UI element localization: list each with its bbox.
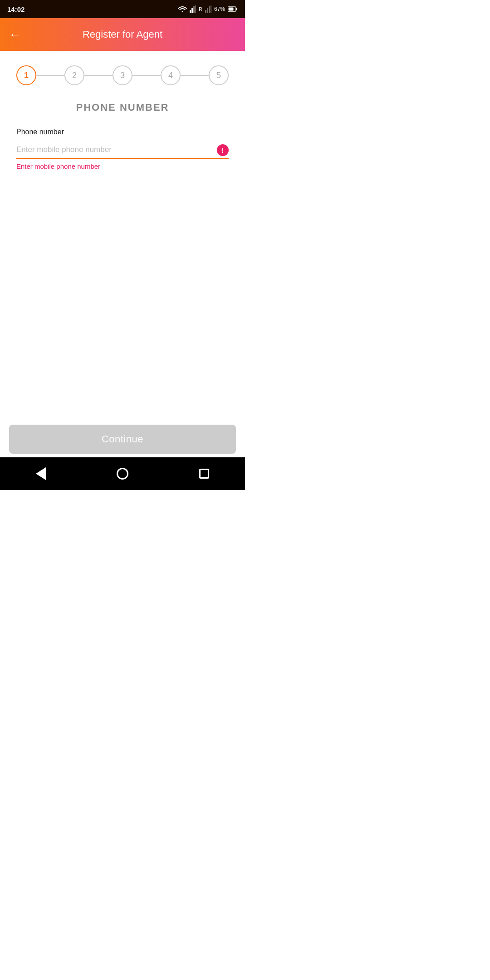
network-r-label: R [199, 6, 202, 12]
svg-rect-1 [190, 10, 191, 13]
step-line-2 [84, 75, 113, 76]
step-2: 2 [64, 65, 84, 85]
step-line-4 [181, 75, 209, 76]
page-title: Register for Agent [83, 29, 162, 40]
svg-rect-7 [209, 6, 210, 13]
svg-rect-3 [193, 6, 195, 13]
status-icons: R 67% [178, 5, 238, 13]
step-1: 1 [16, 65, 36, 85]
step-indicator: 1 2 3 4 5 [16, 65, 229, 85]
page-header: ← Register for Agent [0, 18, 245, 51]
home-nav-icon [117, 468, 128, 480]
battery-icon [228, 6, 238, 12]
step-line-1 [36, 75, 64, 76]
back-nav-icon [36, 467, 46, 480]
svg-rect-11 [236, 8, 238, 10]
status-bar: 14:02 R 67% [0, 0, 245, 18]
continue-button[interactable]: Continue [9, 425, 236, 454]
continue-btn-wrapper: Continue [9, 425, 236, 454]
svg-point-0 [182, 11, 183, 13]
step-4: 4 [161, 65, 181, 85]
svg-rect-2 [191, 8, 193, 13]
back-nav-button[interactable] [32, 465, 50, 483]
step-line-3 [132, 75, 161, 76]
phone-field-label: Phone number [16, 128, 229, 136]
svg-rect-5 [205, 10, 206, 13]
error-icon: ! [217, 144, 229, 156]
recent-nav-button[interactable] [195, 465, 213, 483]
signal-x-icon [205, 5, 211, 13]
signal-icon [190, 5, 196, 13]
svg-rect-8 [211, 5, 211, 13]
recent-nav-icon [199, 469, 209, 479]
error-message: Enter mobile phone number [16, 162, 229, 170]
svg-rect-10 [229, 8, 234, 11]
wifi-icon [178, 6, 187, 12]
battery-label: 67% [214, 6, 225, 12]
step-5: 5 [209, 65, 229, 85]
svg-rect-4 [195, 5, 196, 13]
main-content: 1 2 3 4 5 PHONE NUMBER Phone number ! En… [0, 51, 245, 170]
home-nav-button[interactable] [113, 465, 132, 483]
phone-input-wrapper: ! [16, 142, 229, 159]
status-time: 14:02 [7, 5, 24, 13]
section-title: PHONE NUMBER [16, 102, 229, 113]
bottom-nav [0, 457, 245, 490]
back-button[interactable]: ← [9, 28, 21, 42]
svg-rect-6 [207, 8, 208, 13]
step-3: 3 [113, 65, 132, 85]
phone-input[interactable] [16, 142, 229, 159]
